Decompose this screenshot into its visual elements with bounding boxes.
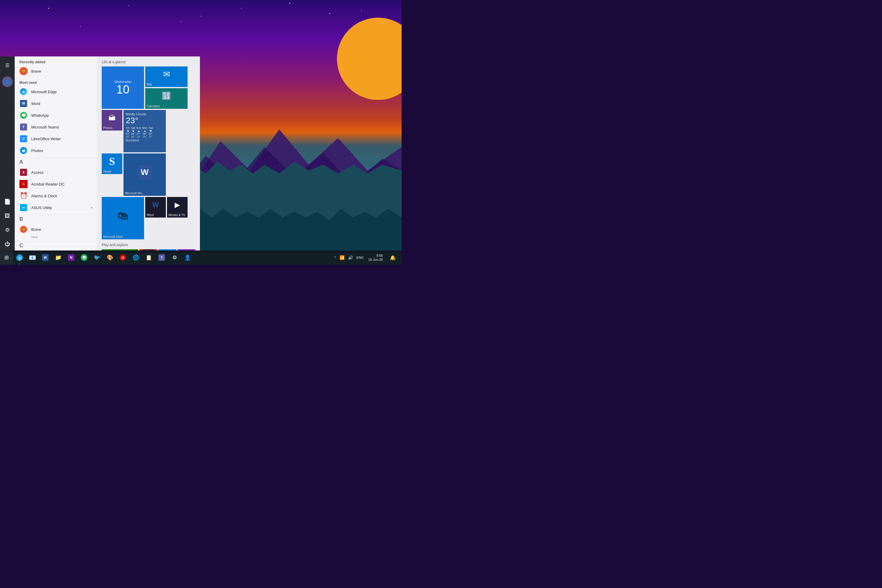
- network-icon[interactable]: 📶: [338, 255, 346, 260]
- app-label: Word: [31, 101, 40, 106]
- app-label: Microsoft Teams: [31, 125, 59, 129]
- settings-button[interactable]: ⚙: [1, 224, 14, 236]
- xbox-tile[interactable]: Hi, IAMANINJAKILL ER Xbox Console...: [102, 249, 138, 250]
- weather-forecast: Fri🌤24°16° Sat🌤24°18° Sun☁27°19° Mon☁24°…: [126, 126, 164, 138]
- app-item-asus[interactable]: AS ASUS Utility ▾: [15, 202, 97, 213]
- notification-button[interactable]: 🔔: [386, 250, 399, 265]
- alarms-icon: ⏰: [20, 192, 28, 200]
- app-item-alarms[interactable]: ⏰ Alarms & Clock: [15, 190, 97, 202]
- access-icon: A: [20, 168, 28, 176]
- calendar-tile[interactable]: Wednesday 10: [102, 66, 144, 109]
- volume-icon[interactable]: 🔊: [347, 255, 354, 260]
- calc-label: Calculator: [145, 104, 188, 109]
- msword-tile[interactable]: W Microsoft Wo...: [123, 153, 166, 196]
- weather-tile[interactable]: Mostly Cloudy 23° Fri🌤24°16° Sat🌤24°18° …: [123, 110, 166, 152]
- tray-expand-button[interactable]: ^: [333, 256, 337, 259]
- opera-taskbar-button[interactable]: O: [116, 250, 129, 265]
- tiles-area: Life at a glance Wednesday 10 ✉: [97, 57, 200, 250]
- msword-label: Microsoft Wo...: [123, 191, 166, 196]
- app-item-photos[interactable]: 🏔 Photos: [15, 145, 97, 156]
- word-taskbar-button[interactable]: W: [39, 250, 52, 265]
- app-item-brave-recent[interactable]: 🦁 Brave: [15, 65, 97, 77]
- calendar-day-name: Wednesday: [114, 80, 131, 84]
- app-item-access[interactable]: A Access: [15, 166, 97, 178]
- windows-icon: ⊞: [4, 254, 9, 261]
- date-display: 15-Jun-20: [368, 258, 383, 262]
- user-avatar-button[interactable]: 👤: [1, 75, 14, 88]
- recently-added-header: Recently added: [15, 57, 97, 65]
- store-label: Microsoft Store: [102, 234, 144, 239]
- browser2-taskbar-button[interactable]: 🌐: [129, 250, 142, 265]
- paint-taskbar-button[interactable]: 🎨: [104, 250, 116, 265]
- tiles-play: Hi, IAMANINJAKILL ER Xbox Console... Gro…: [102, 249, 195, 250]
- app-item-acrobat[interactable]: A Acrobat Reader DC: [15, 178, 97, 190]
- life-at-glance-label: Life at a glance: [102, 60, 195, 64]
- lang-indicator[interactable]: ENG: [356, 256, 365, 259]
- edge-taskbar-button[interactable]: e: [13, 250, 26, 265]
- groove-disc-icon: [141, 249, 156, 250]
- people-taskbar-button[interactable]: 👤: [181, 250, 194, 265]
- most-used-header: Most used: [15, 77, 97, 86]
- clock: 8:56 15-Jun-20: [366, 254, 385, 262]
- skype-tile[interactable]: S Skype: [102, 153, 122, 174]
- app-item-libre[interactable]: W LibreOffice Writer: [15, 133, 97, 145]
- app-label: Access: [31, 170, 44, 175]
- mail-tile[interactable]: ✉ Mail: [145, 66, 188, 87]
- play-row-1: Hi, IAMANINJAKILL ER Xbox Console... Gro…: [102, 249, 195, 250]
- start-button[interactable]: ⊞: [0, 250, 13, 265]
- surface-tile[interactable]: Surface: [159, 249, 176, 250]
- documents-button[interactable]: 📄: [1, 195, 14, 208]
- word-tile-label: Word: [145, 213, 166, 218]
- photos-tile-icon: 🏔: [108, 114, 116, 122]
- onenote-taskbar-button[interactable]: N: [64, 250, 78, 265]
- groove-tile[interactable]: Groove Music: [140, 249, 157, 250]
- settings-taskbar-button[interactable]: ⚙: [168, 250, 181, 265]
- movies-tile[interactable]: ▶ Movies & TV: [167, 197, 188, 218]
- app-item-brave-b[interactable]: 🦁 Brave: [15, 224, 97, 235]
- calculator-tile[interactable]: 🔢 Calculator: [145, 88, 188, 109]
- app-label: Brave: [31, 69, 41, 74]
- play-explore-label: Play and explore: [102, 243, 195, 247]
- explorer-taskbar-button[interactable]: 📁: [52, 250, 64, 265]
- app-label: ASUS Utility: [31, 206, 52, 210]
- whatsapp-taskbar-button[interactable]: 💬: [78, 250, 90, 265]
- onenote-tb-icon: N: [68, 254, 74, 261]
- weather-temp: 23°: [126, 116, 164, 125]
- notification-icon: 🔔: [390, 255, 396, 261]
- onenote-tile[interactable]: N OneNote...: [178, 249, 195, 250]
- store-tile[interactable]: 🛍 Microsoft Store: [102, 197, 144, 239]
- word-tile[interactable]: W Word: [145, 197, 166, 218]
- wifi-icon: 📶: [340, 255, 345, 260]
- outlook-taskbar-button[interactable]: 📧: [26, 250, 39, 265]
- word-app-icon: W: [20, 99, 28, 108]
- browser-icon: 🌐: [133, 254, 139, 261]
- app-label: Photos: [31, 148, 43, 153]
- mail-icon: ✉: [163, 69, 170, 79]
- app-label: Microsoft Edge: [31, 90, 57, 94]
- settings-tb-icon: ⚙: [172, 254, 177, 261]
- app-list: Recently added 🦁 Brave Most used e Micro…: [15, 57, 97, 250]
- bird-icon: 🐦: [94, 254, 100, 261]
- app-item-word[interactable]: W Word: [15, 98, 97, 110]
- expand-arrow-icon: ▾: [91, 206, 92, 209]
- app-item-teams[interactable]: T Microsoft Teams: [15, 121, 97, 133]
- explorer-icon: 📁: [55, 254, 62, 261]
- power-button[interactable]: ⏻: [1, 237, 14, 250]
- app-label: Brave: [31, 227, 41, 232]
- bird-taskbar-button[interactable]: 🐦: [90, 250, 104, 265]
- msword-icon: W: [137, 165, 152, 180]
- app-label: Alarms & Clock: [31, 194, 57, 198]
- photos-tile[interactable]: 🏔 Photos: [102, 110, 122, 130]
- taskbar: ⊞ e 📧 W 📁 N 💬 🐦 🎨 O 🌐 📋 T ⚙ 👤: [0, 250, 402, 265]
- app-label: Acrobat Reader DC: [31, 182, 64, 186]
- app-item-calculator[interactable]: 🔢 Calculator: [15, 250, 97, 250]
- app-item-whatsapp[interactable]: 💬 WhatsApp: [15, 110, 97, 121]
- word-tb-icon: W: [42, 254, 48, 261]
- hamburger-menu-button[interactable]: ☰: [1, 59, 14, 72]
- clipboard-taskbar-button[interactable]: 📋: [142, 250, 155, 265]
- app-item-edge[interactable]: e Microsoft Edge: [15, 86, 97, 98]
- skype-icon: S: [109, 155, 115, 168]
- teams-taskbar-button[interactable]: T: [155, 250, 168, 265]
- photos-icon: 🏔: [20, 146, 28, 154]
- pictures-button[interactable]: 🖼: [1, 209, 14, 222]
